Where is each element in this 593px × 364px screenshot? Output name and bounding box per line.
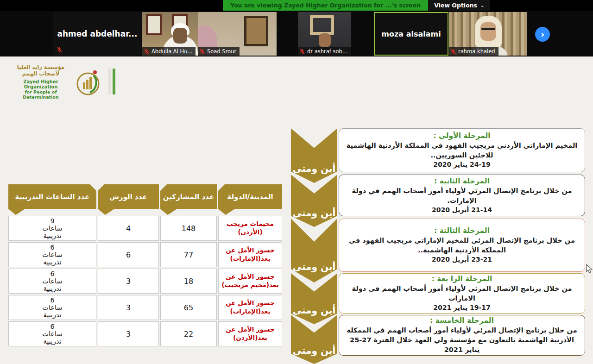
participant-label: rahma khaled [449, 47, 498, 56]
header-city-country: المدينة/الدولة [218, 184, 282, 215]
participant-name: ahmed abdelhar... [53, 12, 141, 56]
where-when-label: أين ومتى [291, 305, 337, 316]
chevron-down-icon: ⌄ [480, 3, 484, 8]
table-header-row: المدينة/الدولة عدد المشاركين عدد الورش ع… [8, 184, 282, 215]
wall-portrait [146, 14, 162, 35]
logo-flag-bars [108, 69, 115, 94]
participant-tile-moza[interactable]: moza alsalami [374, 12, 448, 56]
stage-body: من خلال برنامج الإتصال المرئي لأولياء أم… [345, 326, 579, 355]
table-row: مخيمات مريجب (الأردن) 148 4 9 ساعات تدري… [8, 216, 282, 241]
stage-box-4: المرحلة الرا بعة : من خلال برنامج الإتصا… [339, 273, 585, 314]
participant-tile-ahmed[interactable]: ahmed abdelhar... [53, 12, 141, 56]
cell-workshops: 4 [98, 216, 159, 241]
stage-body: من خلال برنامج الإتصال المرئي لأولياء أم… [345, 284, 579, 303]
header-participants: عدد المشاركين [160, 184, 217, 215]
shared-screen-slide: مؤسسة زايد العليا لأصحاب الهمم Zayed Hig… [0, 56, 593, 364]
participant-tile-rahma[interactable]: rahma khaled [449, 12, 527, 56]
muted-mic-icon [451, 49, 456, 55]
timeline-chevron-icon: أين ومتى [291, 128, 337, 183]
participant-name: moza alsalami [375, 13, 448, 55]
stage-body: من خلال برنامج الإتصال المرئي للمخيم الإ… [345, 236, 579, 255]
logo-english-line2: for People of Determination [9, 89, 72, 100]
stage-date: 2021 يناير 19-17 [433, 303, 491, 313]
view-options-label: View Options [434, 2, 477, 9]
where-when-label: أين ومتى [291, 261, 337, 272]
stage-date: 2020 يناير 24-19 [433, 160, 491, 169]
table-row: جسور الأمل عن بعد(الأردن) 22 3 6 ساعات ت… [8, 321, 282, 346]
cell-city: جسور الأمل عن بعد(الأردن) [218, 321, 282, 346]
video-thumbnail [244, 16, 268, 46]
video-thumbnail [310, 15, 334, 35]
video-strip: ahmed abdelhar... A [0, 11, 593, 56]
muted-mic-icon [300, 49, 305, 55]
video-thumbnail [173, 28, 187, 44]
stage-body: من خلال برنامج الإتصال المرئي لأولياء أم… [345, 186, 579, 206]
viewing-status-text: You are viewing Zayed Higher Organizatio… [223, 0, 428, 11]
table-row: جسور الأمل عن بعد(مخيم مريجيب) 18 3 6 سا… [8, 269, 282, 294]
cell-participants: 148 [160, 216, 217, 241]
screen-share-banner: You are viewing Zayed Higher Organizatio… [223, 0, 490, 11]
muted-mic-icon [57, 47, 62, 53]
logo-emblem-icon [76, 67, 102, 96]
where-when-label: أين ومتى [291, 207, 337, 219]
timeline-chevron-icon: أين ومتى [291, 219, 337, 282]
muted-mic-icon [200, 49, 205, 55]
cell-city: مخيمات مريجب (الأردن) [218, 216, 282, 241]
stage-title: المرحلة الخامسة : [430, 316, 494, 326]
participant-name: Abdulla Al Hu... [151, 48, 192, 55]
cell-hours: 6 ساعات تدريبية [8, 242, 96, 267]
participant-name: rahma khaled [458, 48, 495, 55]
cell-participants: 22 [160, 321, 217, 346]
header-workshops: عدد الورش [98, 184, 159, 215]
view-options-button[interactable]: View Options ⌄ [428, 0, 490, 11]
next-participants-button[interactable]: › [535, 27, 550, 42]
organization-logo: مؤسسة زايد العليا لأصحاب الهمم Zayed Hig… [9, 64, 115, 100]
cell-participants: 65 [160, 295, 217, 320]
stage-title: المرحلة الثالثة : [434, 226, 490, 236]
video-thumbnail [480, 22, 496, 41]
table-row: جسور الأمل عن بعد(الإمارات) 65 3 6 ساعات… [8, 295, 282, 320]
cell-hours: 6 ساعات تدريبية [8, 321, 96, 346]
cell-participants: 18 [160, 269, 217, 294]
participant-label: dr ashraf sob... [298, 47, 351, 56]
muted-mic-icon [144, 49, 149, 55]
stage-box-5: المرحلة الخامسة : من خلال برنامج الإتصال… [339, 315, 585, 356]
stage-date: 2020 أبريل 23-21 [432, 255, 492, 264]
zoom-meeting-window: You are viewing Zayed Higher Organizatio… [0, 0, 593, 364]
table-row: جسور الأمل عن بعد(الإمارات) 77 6 6 ساعات… [8, 242, 282, 267]
stage-date: 2020 أبريل 21-14 [432, 206, 492, 215]
cell-hours: 6 ساعات تدريبية [8, 269, 96, 294]
participant-tile-ashraf[interactable]: dr ashraf sob... [298, 12, 351, 56]
stage-box-3: المرحلة الثالثة : من خلال برنامج الإتصال… [339, 219, 585, 272]
where-when-label: أين ومتى [291, 163, 337, 174]
cell-city: جسور الأمل عن بعد(الإمارات) [218, 242, 282, 267]
mouse-cursor [586, 264, 593, 273]
stage-box-2: المرحلة الثانية : من خلال برنامج الإتصال… [339, 175, 585, 216]
participant-label: Abdulla Al Hu... [142, 47, 196, 56]
header-training-hours: عدد الساعات التدريبية [8, 184, 96, 215]
stage-title: المرحلة الأولى : [433, 131, 490, 141]
cell-hours: 9 ساعات تدريبية [8, 216, 96, 241]
logo-arabic-line2: لأصحاب الهمم [9, 70, 72, 78]
cell-workshops: 3 [98, 321, 159, 346]
statistics-table: المدينة/الدولة عدد المشاركين عدد الورش ع… [8, 184, 282, 346]
cell-city: جسور الأمل عن بعد(الإمارات) [218, 295, 282, 320]
stage-title: المرحلة الرا بعة : [432, 274, 492, 284]
cell-city: جسور الأمل عن بعد(مخيم مريجيب) [218, 269, 282, 294]
cell-workshops: 6 [98, 242, 159, 267]
cell-participants: 77 [160, 242, 217, 267]
cell-hours: 6 ساعات تدريبية [8, 295, 96, 320]
cell-workshops: 3 [98, 269, 159, 294]
video-thumbnail [319, 33, 331, 47]
cell-workshops: 3 [98, 295, 159, 320]
logo-arabic-line1: مؤسسة زايد العليا [9, 64, 72, 70]
stage-box-1: المرحلة الأولى : المخيم الإماراتي الأردن… [339, 128, 585, 172]
video-thumbnail [481, 28, 495, 30]
participant-name: dr ashraf sob... [307, 48, 347, 55]
where-when-label: أين ومتى [291, 345, 337, 356]
chevron-right-icon: › [541, 29, 544, 40]
stage-body: المخيم الإماراتي الأردني مريجيب الفهود ف… [345, 141, 579, 160]
participant-tile-soad[interactable]: Soad Srour [198, 12, 277, 56]
logo-english-line1: Zayed Higher Organization [9, 79, 72, 89]
participant-name: Soad Srour [207, 48, 236, 55]
